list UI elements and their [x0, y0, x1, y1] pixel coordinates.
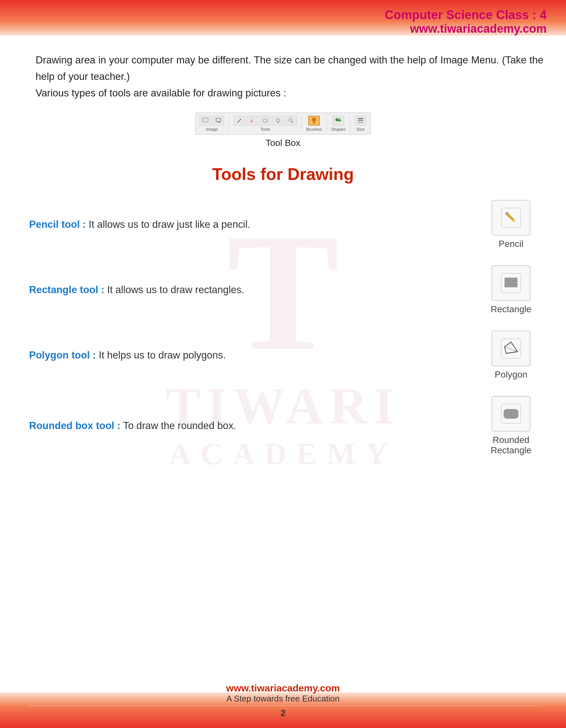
toolbar-group-brushes: Brushes [306, 116, 322, 132]
toolbar-label-brushes: Brushes [306, 127, 322, 132]
tool-name-pencil: Pencil [499, 239, 523, 249]
main-content: Drawing area in your computer may be dif… [23, 42, 543, 686]
eraser-icon [260, 116, 271, 126]
brushes-icon [308, 116, 320, 126]
toolbar-box: Image A [195, 113, 371, 135]
toolbar-group-shapes: Shapes [331, 116, 345, 132]
svg-point-11 [312, 117, 316, 122]
tool-desc-pencil: It allows us to draw just like a pencil. [89, 219, 250, 230]
toolbar-icons-image [200, 116, 224, 126]
select-icon [200, 116, 211, 126]
svg-rect-12 [313, 122, 315, 124]
shapes-icon [332, 116, 344, 126]
magnify-icon [285, 116, 297, 126]
svg-rect-24 [505, 278, 517, 287]
tool-text-pencil: Pencil tool : It allows us to draw just … [29, 219, 485, 230]
toolbar-label-size: Size [356, 127, 364, 132]
tool-row-rounded: Rounded box tool : To draw the rounded b… [23, 396, 543, 456]
separator-4 [350, 116, 350, 132]
tool-text-polygon: Polygon tool : It helps us to draw polyg… [29, 349, 485, 361]
svg-line-3 [238, 119, 241, 123]
tools-heading: Tools for Drawing [23, 164, 543, 184]
pencil-toolbar-icon [234, 116, 245, 126]
footer-url: www.tiwariacademy.com [0, 683, 566, 694]
tool-row-rectangle: Rectangle tool : It allows us to draw re… [23, 265, 543, 314]
toolbar-icons-size [355, 116, 366, 126]
toolbar-label-tools: Tools [261, 127, 270, 132]
header-url: www.tiwariacademy.com [384, 22, 547, 36]
toolbar-label-image: Image [206, 127, 218, 132]
svg-rect-1 [216, 118, 221, 122]
tool-name-rounded: Rounded Rectangle [491, 435, 531, 456]
toolbar-caption: Tool Box [266, 138, 300, 148]
size-icon [355, 116, 366, 126]
toolbar-container: Image A [23, 113, 543, 148]
tool-text-rectangle: Rectangle tool : It allows us to draw re… [29, 284, 485, 296]
tool-label-rectangle: Rectangle tool : [29, 284, 105, 295]
tool-desc-rectangle: It allows us to draw rectangles. [107, 284, 244, 295]
svg-point-9 [289, 118, 292, 122]
toolbar-group-image: Image [200, 116, 224, 132]
tool-desc-polygon: It helps us to draw polygons. [99, 349, 226, 361]
toolbar-group-tools: A [234, 116, 297, 132]
footer-divider [28, 706, 538, 706]
tool-icon-box-rectangle: Rectangle [485, 265, 537, 314]
footer-tagline: A Step towards free Education [0, 694, 566, 704]
toolbar-icons-brushes [308, 116, 320, 126]
svg-rect-0 [203, 118, 208, 122]
svg-point-13 [335, 118, 338, 121]
polygon-icon-img [492, 331, 530, 366]
separator-3 [326, 116, 327, 132]
crop-icon [213, 116, 224, 126]
separator-2 [301, 116, 302, 132]
tool-icon-box-pencil: Pencil [485, 200, 537, 249]
svg-line-10 [292, 121, 293, 123]
tool-label-pencil: Pencil tool : [29, 219, 86, 230]
tool-name-rectangle: Rectangle [491, 304, 531, 314]
tool-row-polygon: Polygon tool : It helps us to draw polyg… [23, 331, 543, 380]
fill-icon: A [247, 116, 258, 126]
tool-label-polygon: Polygon tool : [29, 349, 96, 361]
svg-text:A: A [250, 119, 253, 123]
toolbar-icons-tools: A [234, 116, 297, 126]
tool-row-pencil: Pencil tool : It allows us to draw just … [23, 200, 543, 249]
header-title: Computer Science Class : 4 [384, 8, 547, 22]
intro-text: Drawing area in your computer may be dif… [23, 52, 543, 101]
tool-text-rounded: Rounded box tool : To draw the rounded b… [29, 420, 485, 432]
intro-paragraph1: Drawing area in your computer may be dif… [36, 54, 543, 82]
footer-page: 2 [0, 708, 566, 718]
tool-name-polygon: Polygon [494, 370, 527, 380]
footer: www.tiwariacademy.com A Step towards fre… [0, 683, 566, 719]
intro-paragraph2: Various types of tools are available for… [36, 87, 286, 99]
tool-desc-rounded: To draw the rounded box. [123, 420, 236, 431]
header: Computer Science Class : 4 www.tiwariaca… [384, 8, 547, 36]
tool-icon-box-rounded: Rounded Rectangle [485, 396, 537, 456]
toolbar-label-shapes: Shapes [331, 127, 345, 132]
toolbar-icons-shapes [332, 116, 344, 126]
pencil-icon-img [492, 200, 530, 236]
rounded-icon-img [492, 396, 530, 432]
tool-icon-box-polygon: Polygon [485, 331, 537, 380]
svg-point-7 [277, 119, 280, 122]
svg-point-6 [263, 119, 268, 122]
rectangle-icon-img [492, 265, 530, 301]
svg-rect-29 [504, 409, 518, 419]
toolbar-group-size: Size [355, 116, 366, 132]
tool-label-rounded: Rounded box tool : [29, 420, 120, 431]
separator-1 [229, 116, 229, 132]
color-icon [272, 116, 284, 126]
